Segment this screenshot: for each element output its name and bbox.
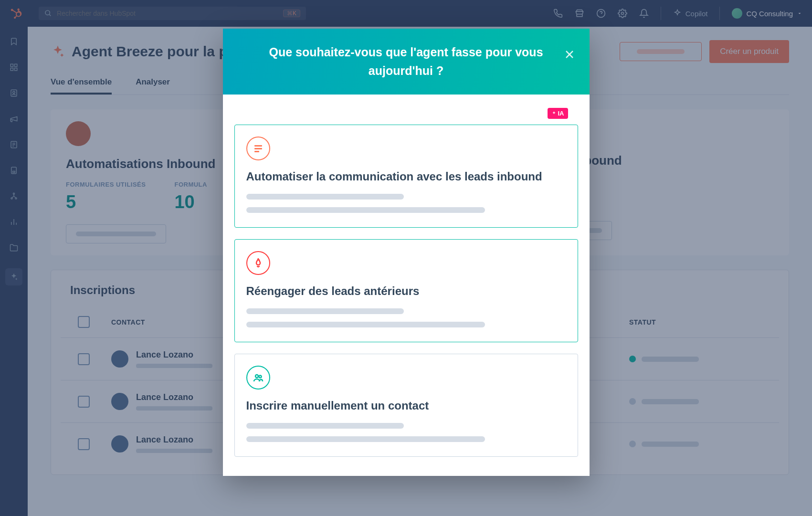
- svg-rect-26: [254, 148, 262, 149]
- svg-rect-27: [254, 151, 259, 152]
- sparkle-small-icon: [551, 111, 557, 116]
- skeleton: [246, 194, 404, 200]
- skeleton: [246, 322, 485, 327]
- option-title: Automatiser la communication avec les le…: [246, 170, 566, 183]
- modal-option-automate[interactable]: Automatiser la communication avec les le…: [234, 125, 578, 228]
- skeleton: [246, 308, 404, 314]
- modal-dialog: Que souhaitez-vous que l'agent fasse pou…: [223, 29, 590, 476]
- flame-icon: [246, 251, 270, 275]
- option-title: Inscrire manuellement un contact: [246, 399, 566, 412]
- option-title: Réengager des leads antérieurs: [246, 284, 566, 298]
- modal-header: Que souhaitez-vous que l'agent fasse pou…: [223, 29, 590, 95]
- modal-close-button[interactable]: [564, 49, 575, 60]
- modal-title: Que souhaitez-vous que l'agent fasse pou…: [268, 43, 545, 80]
- svg-point-28: [255, 375, 258, 378]
- svg-rect-25: [254, 145, 262, 147]
- users-icon: [246, 366, 270, 390]
- form-icon: [246, 137, 270, 160]
- modal-option-reengage[interactable]: Réengager des leads antérieurs: [234, 239, 578, 342]
- close-icon: [564, 49, 575, 60]
- skeleton: [246, 423, 404, 429]
- modal-body: IA Automatiser la communication avec les…: [223, 95, 590, 476]
- skeleton: [246, 207, 485, 213]
- ia-badge: IA: [548, 108, 568, 119]
- skeleton: [246, 436, 485, 442]
- svg-point-29: [259, 375, 261, 378]
- modal-option-enroll-manual[interactable]: Inscrire manuellement un contact: [234, 354, 578, 457]
